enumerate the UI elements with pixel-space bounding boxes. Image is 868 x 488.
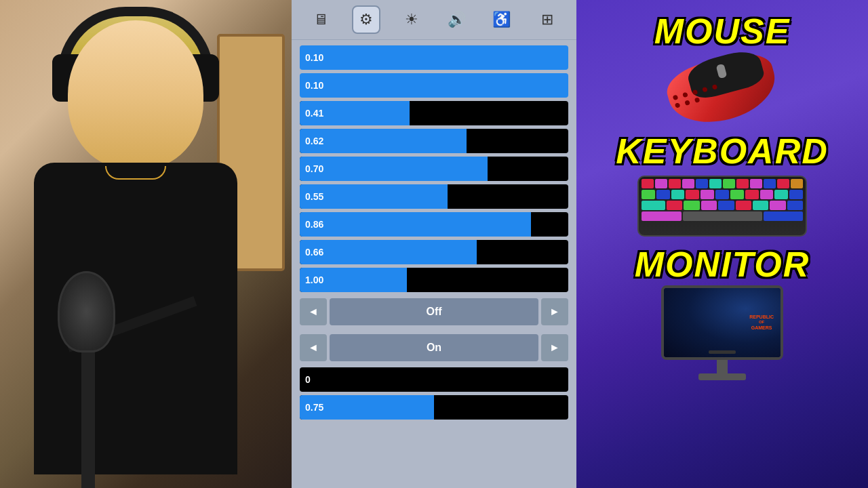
- slider-row-11[interactable]: 0.75: [300, 395, 568, 420]
- toggle-on-right-arrow[interactable]: ►: [541, 334, 568, 361]
- monitor-illustration: REPUBLIC OF GAMERS: [654, 285, 790, 380]
- slider-row-1[interactable]: 0.10: [300, 45, 568, 70]
- microphone-head: [58, 271, 115, 352]
- person-head: [68, 20, 203, 169]
- monitor-stand-neck: [717, 360, 728, 373]
- toggle-on-left-arrow[interactable]: ◄: [300, 334, 327, 361]
- network-tab-icon[interactable]: ⊞: [533, 5, 561, 34]
- slider-row-8[interactable]: 0.66: [300, 240, 568, 264]
- toggle-on-row: ◄ On ►: [300, 334, 568, 361]
- webcam-panel: [0, 0, 292, 488]
- keyboard-illustration: [634, 172, 810, 240]
- slider-fill-4: 0.62: [300, 129, 467, 153]
- person-necklace: [105, 166, 166, 180]
- slider-fill-9: 1.00: [300, 268, 407, 292]
- slider-fill-1: 0.10: [300, 45, 568, 70]
- mouse-title: MOUSE: [654, 14, 791, 49]
- slider-row-3[interactable]: 0.41: [300, 101, 568, 125]
- slider-row-6[interactable]: 0.55: [300, 184, 568, 209]
- slider-row-2[interactable]: 0.10: [300, 73, 568, 98]
- slider-fill-8: 0.66: [300, 240, 477, 264]
- keyboard-section: KEYBOARD: [587, 134, 858, 240]
- toggle-off-row: ◄ Off ►: [300, 298, 568, 325]
- slider-fill-3: 0.41: [300, 101, 410, 125]
- slider-fill-7: 0.86: [300, 212, 531, 237]
- slider-row-9[interactable]: 1.00: [300, 268, 568, 292]
- slider-fill-2: 0.10: [300, 73, 568, 98]
- gear-tab-icon[interactable]: ⚙: [352, 5, 380, 34]
- slider-fill-11: 0.75: [300, 395, 434, 420]
- mouse-illustration: [654, 52, 790, 127]
- gear-info-panel: MOUSE KEYBOARD: [576, 0, 868, 488]
- settings-panel: 🖥 ⚙ ☀ 🔊 ♿ ⊞ 0.10 0.10 0.41 0: [292, 0, 576, 488]
- mouse-section: MOUSE: [587, 14, 858, 127]
- audio-tab-icon[interactable]: 🔊: [442, 5, 471, 34]
- slider-fill-10: 0: [300, 367, 568, 392]
- slider-row-7[interactable]: 0.86: [300, 212, 568, 237]
- monitor-screen: REPUBLIC OF GAMERS: [661, 285, 783, 360]
- monitor-stand-base: [698, 373, 746, 380]
- toggle-off-right-arrow[interactable]: ►: [541, 298, 568, 325]
- monitor-section: MONITOR REPUBLIC OF GAMERS: [587, 247, 858, 380]
- slider-row-10[interactable]: 0: [300, 367, 568, 392]
- keyboard-title: KEYBOARD: [616, 134, 829, 169]
- slider-fill-6: 0.55: [300, 184, 448, 209]
- slider-row-5[interactable]: 0.70: [300, 157, 568, 181]
- icon-toolbar: 🖥 ⚙ ☀ 🔊 ♿ ⊞: [292, 0, 576, 40]
- slider-fill-5: 0.70: [300, 157, 488, 181]
- monitor-title: MONITOR: [635, 247, 810, 282]
- toggle-on-value[interactable]: On: [330, 334, 538, 361]
- slider-row-4[interactable]: 0.62: [300, 129, 568, 153]
- accessibility-tab-icon[interactable]: ♿: [488, 5, 516, 34]
- monitor-content: REPUBLIC OF GAMERS: [664, 288, 781, 357]
- monitor-tab-icon[interactable]: 🖥: [307, 5, 335, 34]
- brightness-tab-icon[interactable]: ☀: [397, 5, 426, 34]
- toggle-off-left-arrow[interactable]: ◄: [300, 298, 327, 325]
- toggle-off-value[interactable]: Off: [330, 298, 538, 325]
- sliders-container: 0.10 0.10 0.41 0.62 0.70: [292, 40, 576, 488]
